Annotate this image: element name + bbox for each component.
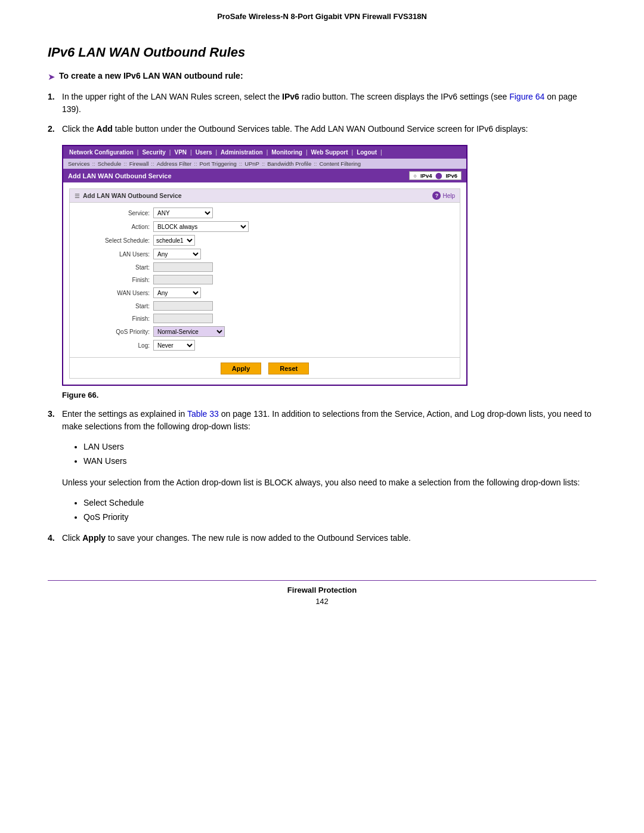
step-2: 2. Click the Add table button under the … [48,123,596,135]
step-3-text-before: Enter the settings as explained in [62,409,187,419]
step4-list: 4. Click Apply to save your changes. The… [48,532,596,544]
lan-start-label: Start: [76,264,153,271]
service-label: Service: [76,210,153,216]
step-4-bold: Apply [82,533,106,543]
sub-nav-upnp[interactable]: UPnP [242,160,262,168]
schedule-select[interactable]: schedule1 [153,235,195,246]
step-1-bold: IPv6 [282,92,299,101]
buttons-row: Apply Reset [70,357,460,378]
step-1-text-after: radio button. The screen displays the IP… [299,92,509,101]
step-heading-container: ➤ To create a new IPv6 LAN WAN outbound … [48,71,596,82]
step3-bullets2: Select Schedule QoS Priority [83,496,596,525]
nav-monitoring[interactable]: Monitoring [268,148,305,157]
service-select[interactable]: ANY [153,208,213,218]
qos-label: QoS Priority: [76,329,153,335]
bullet-lan-users: LAN Users [83,440,596,454]
steps-list: 1. In the upper right of the LAN WAN Rul… [48,91,596,135]
lan-start-row: Start: [76,262,454,272]
nav-users[interactable]: Users [193,148,215,157]
nav-security[interactable]: Security [139,148,168,157]
form-inner: ☰ Add LAN WAN Outbound Service ? Help Se… [69,188,460,379]
step-2-text-before: Click the [62,124,97,134]
wan-users-label: WAN Users: [76,290,153,296]
wan-start-row: Start: [76,301,454,311]
sub-nav-bandwidth-profile[interactable]: Bandwidth Profile [265,160,314,168]
step-1-link[interactable]: Figure 64 [509,92,544,101]
wan-start-input[interactable] [153,301,213,311]
sub-nav-address-filter[interactable]: Address Filter [154,160,194,168]
bullet-qos-priority: QoS Priority [83,510,596,525]
screen-title: Add LAN WAN Outbound Service [68,172,172,179]
schedule-label: Select Schedule: [76,237,153,244]
wan-finish-input[interactable] [153,314,213,323]
help-icon: ? [432,191,441,200]
arrow-icon: ➤ [48,72,55,82]
lan-users-select[interactable]: Any [153,249,201,259]
step-2-content: Click the Add table button under the Out… [62,123,596,135]
step-1-number: 1. [48,91,60,103]
qos-select[interactable]: Normal-Service [153,326,225,337]
step-3: 3. Enter the settings as explained in Ta… [48,408,596,433]
lan-start-input[interactable] [153,262,213,272]
lan-finish-input[interactable] [153,275,213,284]
step3-bullets: LAN Users WAN Users [83,440,596,469]
nav-vpn[interactable]: VPN [171,148,190,157]
bullet-wan-users: WAN Users [83,454,596,469]
header-title: ProSafe Wireless-N 8-Port Gigabit VPN Fi… [217,12,427,21]
action-select[interactable]: BLOCK always [153,221,249,232]
service-row: Service: ANY [76,208,454,218]
help-label-text: Help [442,193,455,199]
para-between: Unless your selection from the Action dr… [62,476,596,489]
screenshot-box: Network Configuration | Security | VPN |… [62,145,467,386]
sub-nav-bar: Services :: Schedule :: Firewall :: Addr… [63,159,466,169]
step-2-text-after: table button under the Outbound Services… [113,124,528,134]
step-4: 4. Click Apply to save your changes. The… [48,532,596,544]
nav-network-configuration[interactable]: Network Configuration [66,148,137,157]
page-footer: Firewall Protection 142 [48,580,596,606]
ipv4-label: IPv4 [420,172,432,179]
nav-bar: Network Configuration | Security | VPN |… [63,146,466,159]
step-3-number: 3. [48,408,60,420]
sub-nav-content-filtering[interactable]: Content Filtering [317,160,363,168]
step-2-number: 2. [48,123,60,135]
wan-finish-label: Finish: [76,315,153,322]
page-title: IPv6 LAN WAN Outbound Rules [48,45,596,60]
step-4-text-before: Click [62,533,82,543]
step-3-link[interactable]: Table 33 [187,409,219,419]
log-label: Log: [76,342,153,349]
bullet-select-schedule: Select Schedule [83,496,596,510]
action-label: Action: [76,224,153,230]
form-title-text: Add LAN WAN Outbound Service [83,192,182,199]
form-title-bar: ☰ Add LAN WAN Outbound Service ? Help [70,189,460,203]
sub-nav-port-triggering[interactable]: Port Triggering [197,160,239,168]
step-heading: To create a new IPv6 LAN WAN outbound ru… [59,71,243,80]
footer-section: Firewall Protection [48,586,596,594]
action-row: Action: BLOCK always [76,221,454,232]
apply-button[interactable]: Apply [221,363,262,374]
lan-users-label: LAN Users: [76,251,153,258]
nav-administration[interactable]: Administration [218,148,266,157]
lan-users-row: LAN Users: Any [76,249,454,259]
screen-title-bar: Add LAN WAN Outbound Service ○ IPv4 ⬤ IP… [63,169,466,182]
wan-users-select[interactable]: Any [153,287,201,298]
sub-nav-services[interactable]: Services [66,160,92,168]
page-header: ProSafe Wireless-N 8-Port Gigabit VPN Fi… [48,12,596,27]
form-outer: ☰ Add LAN WAN Outbound Service ? Help Se… [63,182,466,385]
form-body: Service: ANY Action: BLOCK always Select… [70,203,460,357]
nav-web-support[interactable]: Web Support [308,148,351,157]
wan-finish-row: Finish: [76,314,454,323]
reset-button[interactable]: Reset [268,363,309,374]
step-1-text-before: In the upper right of the LAN WAN Rules … [62,92,282,101]
ipv6-label: IPv6 [445,172,457,179]
step-1-content: In the upper right of the LAN WAN Rules … [62,91,596,116]
lan-finish-row: Finish: [76,275,454,284]
sub-nav-firewall[interactable]: Firewall [127,160,151,168]
sub-nav-schedule[interactable]: Schedule [95,160,124,168]
step-3-content: Enter the settings as explained in Table… [62,408,596,433]
step-4-content: Click Apply to save your changes. The ne… [62,532,596,544]
wan-users-row: WAN Users: Any [76,287,454,298]
nav-logout[interactable]: Logout [354,148,380,157]
log-select[interactable]: Never [153,340,195,351]
wan-start-label: Start: [76,303,153,309]
help-button[interactable]: ? Help [432,191,455,200]
